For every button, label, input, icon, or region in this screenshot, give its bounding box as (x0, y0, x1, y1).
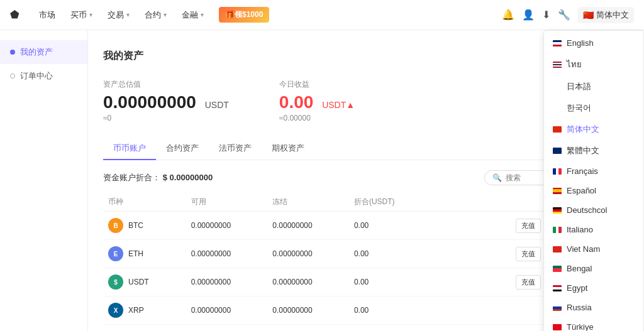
flag-icon (553, 62, 562, 68)
lang-option-ko[interactable]: 한국어 (544, 97, 643, 119)
cell-available: 0.00000000 (186, 212, 268, 240)
lang-option-eg[interactable]: Egypt (544, 278, 643, 298)
flag-icon (553, 168, 562, 175)
search-icon: 🔍 (492, 173, 502, 182)
cell-frozen: 0.00000000 (267, 325, 349, 332)
page-title: 我的资产 (103, 50, 143, 63)
income-stat: 今日收益 0.00 USDT▲ ≈0.00000 (279, 79, 355, 122)
flag-icon (553, 40, 562, 46)
sidebar-item-orders-label: 订单中心 (20, 70, 53, 82)
col-coin: 币种 (103, 193, 186, 212)
sidebar-item-orders[interactable]: 订单中心 (0, 64, 87, 88)
lang-option-label: 简体中文 (567, 124, 599, 135)
lang-option-vn[interactable]: Viet Nam (544, 239, 643, 259)
cell-coin: LLTC (103, 325, 186, 332)
header: ⬟ 市场 买币 ▾ 交易 ▾ 合约 ▾ 金融 ▾ 🎁领$1000 (0, 0, 644, 30)
flag-icon (553, 105, 562, 111)
nav-market-label: 市场 (39, 9, 55, 21)
nav-finance[interactable]: 金融 ▾ (182, 9, 204, 21)
cell-frozen: 0.00000000 (267, 296, 349, 325)
header-actions: 🔔 👤 ⬇ 🔧 🇨🇳 简体中文 (502, 7, 634, 23)
coin-label: USDT (128, 278, 149, 286)
action-btn-充值[interactable]: 充值 (516, 219, 541, 233)
btc-coin-icon: B (108, 218, 123, 233)
settings-icon[interactable]: 🔧 (558, 9, 570, 21)
lang-option-ru[interactable]: Russia (544, 298, 643, 317)
asset-stat: 资产总估值 0.00000000 USDT ≈0 (103, 79, 229, 122)
main-nav: 市场 买币 ▾ 交易 ▾ 合约 ▾ 金融 ▾ 🎁领$1000 (39, 7, 502, 23)
user-icon[interactable]: 👤 (522, 9, 535, 21)
lang-option-label: Deutschcol (567, 205, 607, 215)
flag-icon (553, 148, 562, 154)
gift-button[interactable]: 🎁领$1000 (219, 7, 269, 23)
lang-option-label: Español (567, 186, 596, 195)
lang-option-label: 한국어 (567, 102, 591, 114)
eth-coin-icon: E (108, 246, 123, 261)
xrp-coin-icon: X (108, 303, 123, 318)
language-selector[interactable]: 🇨🇳 简体中文 (578, 7, 634, 23)
tab-fiat[interactable]: 法币资产 (209, 138, 262, 160)
nav-market[interactable]: 市场 (39, 9, 55, 21)
col-value: 折合(USDT) (349, 193, 432, 212)
lang-option-ja[interactable]: 日本語 (544, 76, 643, 97)
cell-available: 0.00000000 (186, 325, 268, 332)
lang-option-zhtw[interactable]: 繁體中文 (544, 140, 643, 161)
lang-option-label: 日本語 (567, 81, 591, 92)
lang-option-label: Viet Nam (567, 244, 600, 254)
flag-icon (553, 84, 562, 90)
flag-icon (553, 324, 562, 330)
action-btn-充值[interactable]: 充值 (516, 275, 541, 290)
total-info: 资金账户折合： $ 0.00000000 (103, 172, 213, 183)
nav-trade[interactable]: 交易 ▾ (108, 9, 130, 21)
lang-option-th[interactable]: ไทย (544, 53, 643, 76)
income-label: 今日收益 (279, 79, 355, 90)
asset-value: 0.00000000 USDT (103, 92, 229, 112)
nav-buy[interactable]: 买币 ▾ (70, 9, 92, 21)
sidebar-item-assets-label: 我的资产 (20, 46, 53, 58)
lang-option-es[interactable]: Español (544, 181, 643, 200)
flag-icon (553, 126, 562, 133)
col-frozen: 冻结 (267, 193, 349, 212)
cell-value: 0.00 (349, 296, 432, 325)
cell-coin: XXRP (103, 296, 186, 325)
lang-option-label: Türkiye (567, 322, 594, 331)
notification-icon[interactable]: 🔔 (502, 9, 514, 21)
flag-icon (553, 207, 562, 214)
chevron-down-icon: ▾ (89, 11, 92, 18)
asset-sub: ≈0 (103, 114, 229, 122)
lang-option-tr[interactable]: Türkiye (544, 317, 643, 331)
lang-option-en[interactable]: English (544, 33, 643, 53)
chevron-down-icon: ▾ (126, 11, 130, 18)
nav-contract-label: 合约 (145, 9, 161, 21)
lang-option-label: 繁體中文 (567, 145, 599, 156)
cell-available: 0.00000000 (186, 268, 268, 296)
lang-option-label: Italiano (567, 225, 593, 234)
lang-option-label: ไทย (567, 58, 582, 71)
lang-option-de[interactable]: Deutschcol (544, 200, 643, 220)
col-available: 可用 (186, 193, 268, 212)
flag-icon (553, 266, 562, 272)
cell-value: 0.00 (349, 212, 432, 240)
lang-option-zh[interactable]: 简体中文 (544, 119, 643, 140)
nav-contract[interactable]: 合约 ▾ (145, 9, 167, 21)
action-btn-充值[interactable]: 充值 (516, 247, 541, 261)
coin-label: XRP (128, 306, 144, 315)
tab-contract[interactable]: 合约资产 (156, 138, 209, 160)
sidebar-item-assets[interactable]: 我的资产 (0, 40, 87, 64)
asset-label: 资产总估值 (103, 79, 229, 90)
cell-available: 0.00000000 (186, 240, 268, 268)
logo: ⬟ (10, 9, 19, 21)
tab-options[interactable]: 期权资产 (262, 138, 314, 160)
language-dropdown: Englishไทย日本語한국어简体中文繁體中文FrançaisEspañolD… (543, 30, 644, 331)
lang-option-bn[interactable]: Bengal (544, 259, 643, 278)
lang-option-it[interactable]: Italiano (544, 220, 643, 239)
download-icon[interactable]: ⬇ (542, 9, 550, 21)
lang-option-label: English (567, 38, 594, 48)
tab-spot[interactable]: 币币账户 (103, 138, 156, 160)
lang-option-fr[interactable]: Français (544, 161, 643, 181)
sidebar: 我的资产 订单中心 (0, 30, 88, 331)
flag-icon (553, 246, 562, 252)
cell-coin: EETH (103, 240, 186, 268)
cell-value: 0.00 (349, 325, 432, 332)
cell-frozen: 0.00000000 (267, 240, 349, 268)
